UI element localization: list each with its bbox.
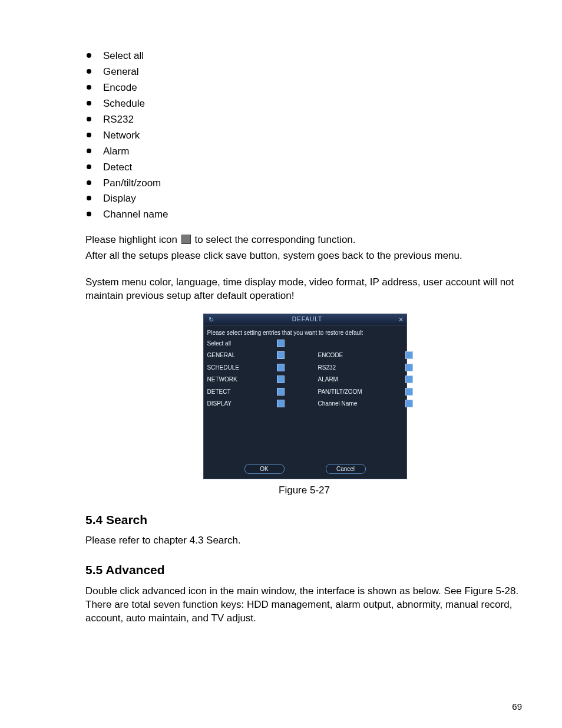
bullet-item: Channel name <box>103 208 523 222</box>
section-heading-advanced: 5.5 Advanced <box>85 562 523 578</box>
bullet-list: Select all General Encode Schedule RS232… <box>85 50 523 222</box>
option-checkbox[interactable] <box>405 351 418 361</box>
bullet-item: Select all <box>103 50 523 63</box>
bullet-item: Encode <box>103 81 523 95</box>
dialog-title: DEFAULT <box>219 315 396 324</box>
bullet-item: Network <box>103 129 523 143</box>
option-checkbox[interactable] <box>405 364 418 374</box>
option-checkbox[interactable] <box>277 400 290 410</box>
option-label: Channel Name <box>318 400 377 410</box>
option-checkbox[interactable] <box>405 375 418 386</box>
section-heading-search: 5.4 Search <box>85 512 523 528</box>
option-checkbox[interactable] <box>277 340 290 350</box>
checkbox-grid: Select all GENERAL ENCODE SCHEDULE RS232… <box>204 340 406 413</box>
paragraph: Please highlight icon to select the corr… <box>85 233 523 247</box>
document-page: Select all General Encode Schedule RS232… <box>0 0 562 728</box>
option-label: RS232 <box>318 364 377 374</box>
option-checkbox[interactable] <box>405 388 418 398</box>
bullet-item: Schedule <box>103 97 523 111</box>
option-label: NETWORK <box>207 375 249 386</box>
text: to select the corresponding function. <box>194 234 355 245</box>
ok-button[interactable]: OK <box>244 464 285 475</box>
option-label: GENERAL <box>207 351 249 361</box>
option-label: Select all <box>207 340 249 350</box>
option-checkbox[interactable] <box>277 388 290 398</box>
paragraph: After all the setups please click save b… <box>85 249 523 263</box>
option-label: PAN/TILT/ZOOM <box>318 388 377 398</box>
text: Please highlight icon <box>85 234 180 245</box>
dialog-titlebar: ↻ DEFAULT ✕ <box>204 314 406 325</box>
option-label: SCHEDULE <box>207 364 249 374</box>
bullet-item: RS232 <box>103 113 523 127</box>
bullet-item: Pan/tilt/zoom <box>103 177 523 190</box>
bullet-item: Alarm <box>103 145 523 159</box>
option-label: ALARM <box>318 375 377 386</box>
option-label: DETECT <box>207 388 249 398</box>
dialog-button-row: OK Cancel <box>204 460 406 479</box>
bullet-item: Display <box>103 192 523 206</box>
paragraph: Please refer to chapter 4.3 Search. <box>85 534 523 548</box>
paragraph: System menu color, language, time displa… <box>85 276 523 303</box>
paragraph: Double click advanced icon in the main w… <box>85 585 523 625</box>
refresh-icon[interactable]: ↻ <box>204 315 219 324</box>
page-number: 69 <box>512 701 522 713</box>
option-checkbox[interactable] <box>277 375 290 386</box>
bullet-item: General <box>103 65 523 79</box>
cancel-button[interactable]: Cancel <box>326 464 366 475</box>
dialog-prompt: Please select setting entries that you w… <box>204 325 406 340</box>
figure-default-dialog: ↻ DEFAULT ✕ Please select setting entrie… <box>203 314 406 479</box>
default-dialog: ↻ DEFAULT ✕ Please select setting entrie… <box>203 314 407 479</box>
option-checkbox[interactable] <box>277 351 290 361</box>
bullet-item: Detect <box>103 161 523 174</box>
checkbox-icon <box>181 235 191 244</box>
option-checkbox[interactable] <box>277 364 290 374</box>
close-icon[interactable]: ✕ <box>396 315 406 324</box>
option-checkbox[interactable] <box>405 400 418 410</box>
option-label: ENCODE <box>318 351 377 361</box>
figure-caption: Figure 5-27 <box>85 484 523 498</box>
option-label: DISPLAY <box>207 400 249 410</box>
